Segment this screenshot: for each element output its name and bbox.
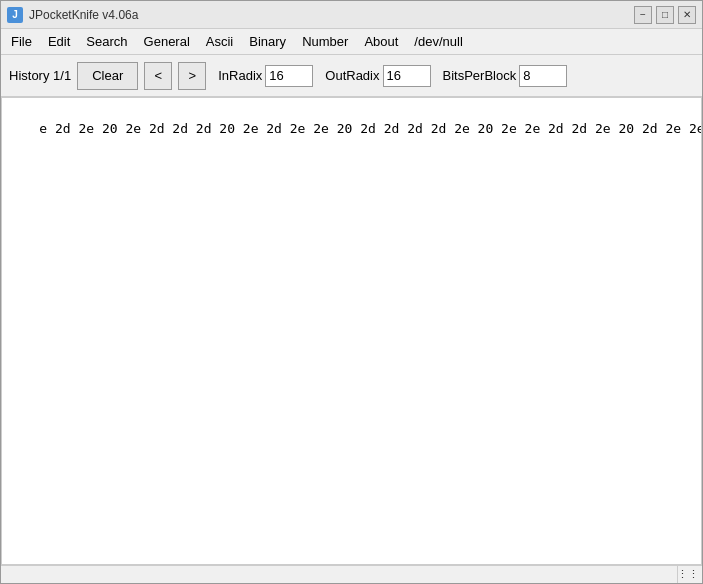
- next-button[interactable]: >: [178, 62, 206, 90]
- prev-button[interactable]: <: [144, 62, 172, 90]
- close-button[interactable]: ✕: [678, 6, 696, 24]
- window-title: JPocketKnife v4.06a: [29, 8, 138, 22]
- title-bar-controls: − □ ✕: [634, 6, 696, 24]
- menu-bar: File Edit Search General Ascii Binary Nu…: [1, 29, 702, 55]
- content-area[interactable]: e 2d 2e 20 2e 2d 2d 2d 20 2e 2d 2e 2e 20…: [1, 97, 702, 565]
- main-window: J JPocketKnife v4.06a − □ ✕ File Edit Se…: [0, 0, 703, 584]
- bits-per-block-field: BitsPerBlock: [443, 65, 568, 87]
- status-bar: ⋮⋮: [1, 565, 702, 583]
- menu-about[interactable]: About: [356, 31, 406, 52]
- minimize-button[interactable]: −: [634, 6, 652, 24]
- bits-per-block-input[interactable]: [519, 65, 567, 87]
- history-label: History 1/1: [9, 68, 71, 83]
- status-text: [5, 566, 678, 583]
- menu-file[interactable]: File: [3, 31, 40, 52]
- bits-per-block-label: BitsPerBlock: [443, 68, 517, 83]
- menu-search[interactable]: Search: [78, 31, 135, 52]
- menu-edit[interactable]: Edit: [40, 31, 78, 52]
- menu-binary[interactable]: Binary: [241, 31, 294, 52]
- title-bar-left: J JPocketKnife v4.06a: [7, 7, 138, 23]
- out-radix-label: OutRadix: [325, 68, 379, 83]
- in-radix-input[interactable]: [265, 65, 313, 87]
- app-icon: J: [7, 7, 23, 23]
- status-resize: ⋮⋮: [678, 566, 698, 583]
- clear-button[interactable]: Clear: [77, 62, 138, 90]
- title-bar: J JPocketKnife v4.06a − □ ✕: [1, 1, 702, 29]
- menu-number[interactable]: Number: [294, 31, 356, 52]
- maximize-button[interactable]: □: [656, 6, 674, 24]
- menu-ascii[interactable]: Ascii: [198, 31, 241, 52]
- in-radix-field: InRadix: [218, 65, 313, 87]
- menu-devnull[interactable]: /dev/null: [406, 31, 470, 52]
- content-text: e 2d 2e 20 2e 2d 2d 2d 20 2e 2d 2e 2e 20…: [39, 121, 702, 136]
- out-radix-field: OutRadix: [325, 65, 430, 87]
- in-radix-label: InRadix: [218, 68, 262, 83]
- menu-general[interactable]: General: [136, 31, 198, 52]
- out-radix-input[interactable]: [383, 65, 431, 87]
- toolbar: History 1/1 Clear < > InRadix OutRadix B…: [1, 55, 702, 97]
